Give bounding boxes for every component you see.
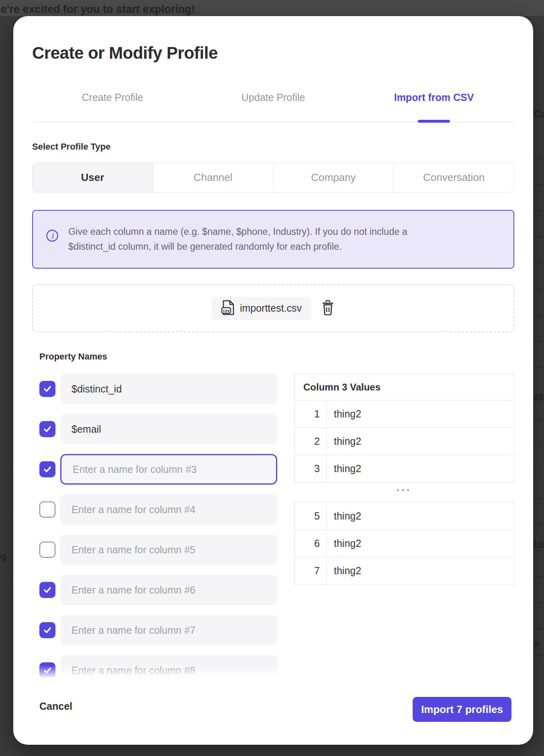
svg-text:csv: csv [223, 308, 230, 313]
tab-update-profile[interactable]: Update Profile [193, 92, 354, 103]
column-values-preview-table-continued: 5 thing2 6 thing2 7 thing2 [294, 502, 514, 585]
row-number: 6 [294, 530, 327, 557]
column-7-checkbox[interactable] [39, 622, 55, 638]
rows-ellipsis: ●●● [294, 487, 514, 492]
background-banner: e're excited for you to start exploring! [0, 0, 544, 16]
create-or-modify-profile-dialog: Create or Modify Profile Create Profile … [13, 16, 533, 745]
background-text-fragment: ata [534, 391, 544, 403]
csv-file-icon: csv [221, 300, 234, 317]
row-number: 1 [294, 401, 327, 427]
trash-icon [321, 300, 335, 316]
row-value: thing2 [327, 428, 514, 455]
property-names-label: Property Names [39, 351, 107, 362]
column-5-checkbox[interactable] [39, 542, 55, 558]
column-2-name-input[interactable] [60, 414, 277, 444]
property-row-2 [39, 414, 280, 444]
column-1-name-input[interactable] [60, 374, 277, 404]
select-profile-type-label: Select Profile Type [32, 142, 110, 152]
column-values-preview-table: Column 3 Values 1 thing2 2 thing2 3 thin… [294, 374, 514, 483]
info-note: i Give each column a name (e.g. $name, $… [32, 210, 514, 269]
background-text-fragment: g [0, 550, 6, 563]
import-profiles-button[interactable]: Import 7 profiles [413, 697, 511, 722]
svg-text:i: i [51, 231, 54, 240]
column-3-checkbox[interactable] [39, 461, 55, 477]
property-row-6 [39, 575, 280, 605]
row-value: thing2 [327, 502, 514, 530]
profile-type-channel[interactable]: Channel [153, 163, 273, 192]
tab-import-from-csv[interactable]: Import from CSV [354, 92, 514, 103]
row-value: thing2 [327, 530, 514, 557]
property-row-4 [39, 494, 280, 525]
profile-type-conversation[interactable]: Conversation [393, 163, 514, 192]
background-row-line [0, 466, 13, 466]
property-row-1 [39, 374, 280, 404]
profile-type-company[interactable]: Company [273, 163, 394, 192]
page-title: Create or Modify Profile [32, 43, 218, 63]
property-row-5 [39, 534, 280, 565]
background-text-fragment: a [534, 637, 539, 650]
info-icon: i [46, 229, 59, 244]
column-7-name-input[interactable] [60, 615, 277, 645]
table-row: 1 thing2 [294, 400, 514, 427]
column-1-checkbox[interactable] [39, 381, 55, 397]
column-3-name-input[interactable] [60, 454, 277, 485]
table-row: 3 thing2 [294, 455, 514, 482]
row-number: 2 [294, 428, 327, 455]
background-row-line [0, 578, 13, 579]
profile-type-segmented-control: User Channel Company Conversation [32, 162, 514, 193]
column-6-name-input[interactable] [60, 575, 277, 605]
property-row-7 [39, 615, 280, 645]
table-row: 7 thing2 [294, 557, 514, 584]
property-list-cover [29, 678, 286, 697]
column-5-name-input[interactable] [60, 534, 277, 565]
column-4-checkbox[interactable] [39, 501, 55, 518]
uploaded-file-name: importtest.csv [240, 302, 302, 314]
row-value: thing2 [327, 557, 514, 584]
tab-bar: Create Profile Update Profile Import fro… [32, 92, 514, 103]
profile-type-user[interactable]: User [33, 163, 153, 192]
background-text-fragment: Co [534, 108, 544, 120]
background-row-line [0, 518, 13, 519]
row-number: 5 [294, 502, 327, 530]
tab-create-profile[interactable]: Create Profile [32, 92, 193, 103]
table-row: 2 thing2 [294, 427, 514, 455]
column-4-name-input[interactable] [60, 494, 277, 525]
property-row-3 [39, 454, 280, 485]
uploaded-file-chip[interactable]: csv importtest.csv [212, 297, 311, 320]
row-number: 7 [294, 557, 327, 584]
table-row: 6 thing2 [294, 530, 514, 557]
csv-upload-dropzone[interactable]: csv importtest.csv [32, 284, 514, 332]
table-row: 5 thing2 [294, 502, 514, 530]
background-text-fragment: lab [534, 538, 544, 551]
property-list-fade [29, 666, 286, 678]
column-6-checkbox[interactable] [39, 582, 55, 598]
delete-file-button[interactable] [321, 300, 335, 316]
row-value: thing2 [327, 401, 514, 427]
column-2-checkbox[interactable] [39, 421, 55, 437]
preview-table-header: Column 3 Values [294, 374, 514, 400]
info-note-text: Give each column a name (e.g. $name, $ph… [68, 224, 442, 254]
cancel-button[interactable]: Cancel [39, 701, 72, 712]
row-value: thing2 [327, 455, 514, 482]
active-tab-underline [418, 120, 450, 123]
row-number: 3 [294, 455, 327, 482]
